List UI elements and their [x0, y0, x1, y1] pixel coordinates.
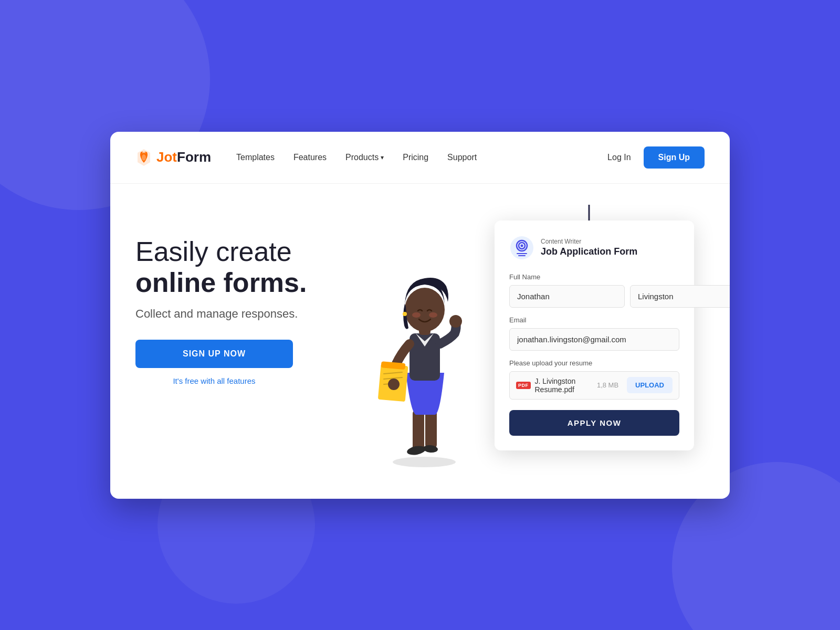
full-name-label: Full Name — [509, 273, 679, 281]
form-card-title: Job Application Form — [541, 246, 637, 257]
nav-right: Log In Sign Up — [607, 146, 705, 169]
nav-links: Templates Features Products ▾ Pricing Su… — [236, 153, 607, 162]
svg-point-15 — [405, 288, 445, 332]
svg-point-17 — [429, 312, 437, 318]
logo-icon — [135, 148, 152, 167]
login-button[interactable]: Log In — [607, 153, 631, 162]
svg-point-0 — [142, 154, 146, 161]
sign-up-now-button[interactable]: SIGN UP NOW — [135, 340, 293, 368]
svg-point-18 — [403, 312, 407, 316]
nav-features[interactable]: Features — [293, 153, 327, 162]
chevron-down-icon: ▾ — [381, 154, 384, 161]
file-name: J. Livingston Resume.pdf — [535, 377, 593, 394]
svg-point-24 — [521, 244, 523, 247]
form-logo-icon — [509, 235, 534, 260]
file-size: 1,8 MB — [597, 381, 618, 389]
last-name-input[interactable] — [630, 285, 730, 308]
svg-point-7 — [449, 315, 462, 328]
nav-support[interactable]: Support — [447, 153, 477, 162]
hero-title-line2: online forms. — [135, 267, 366, 299]
resume-section: Please upload your resume PDF J. Livings… — [509, 359, 679, 400]
svg-rect-2 — [413, 410, 424, 452]
svg-point-13 — [388, 379, 400, 390]
logo[interactable]: JotForm — [135, 148, 211, 167]
navbar: JotForm Templates Features Products ▾ Pr… — [110, 132, 730, 184]
resume-label: Please upload your resume — [509, 359, 679, 367]
logo-text: JotForm — [156, 149, 211, 165]
email-input[interactable] — [509, 328, 679, 351]
person-illustration — [366, 247, 482, 467]
hero-left: Easily create online forms. Collect and … — [135, 215, 366, 386]
hero-right: Content Writer Job Application Form Full… — [366, 215, 705, 467]
free-features-link[interactable]: It's free with all features — [135, 376, 293, 385]
main-card: JotForm Templates Features Products ▾ Pr… — [110, 132, 730, 499]
first-name-input[interactable] — [509, 285, 625, 308]
resume-file-row: PDF J. Livingston Resume.pdf 1,8 MB UPLO… — [509, 371, 679, 400]
form-header: Content Writer Job Application Form — [509, 235, 679, 260]
pdf-icon: PDF — [516, 382, 531, 389]
svg-point-1 — [393, 457, 456, 467]
hero-subtitle: Collect and manage responses. — [135, 307, 366, 321]
svg-point-16 — [412, 312, 421, 318]
svg-rect-6 — [410, 333, 440, 381]
full-name-field: Full Name — [509, 273, 679, 308]
hero-title: Easily create online forms. — [135, 236, 366, 299]
upload-button[interactable]: UPLOAD — [627, 377, 673, 393]
form-card: Content Writer Job Application Form Full… — [495, 220, 694, 450]
signup-button[interactable]: Sign Up — [644, 146, 705, 169]
hero-title-line1: Easily create — [135, 236, 366, 268]
nav-templates[interactable]: Templates — [236, 153, 275, 162]
nav-pricing[interactable]: Pricing — [403, 153, 428, 162]
nav-products[interactable]: Products ▾ — [345, 153, 384, 162]
email-label: Email — [509, 316, 679, 324]
form-card-subtitle: Content Writer — [541, 238, 637, 245]
name-row — [509, 285, 679, 308]
form-header-text: Content Writer Job Application Form — [541, 238, 637, 257]
apply-now-button[interactable]: APPLY NOW — [509, 410, 679, 436]
hero-section: Easily create online forms. Collect and … — [110, 184, 730, 499]
svg-rect-3 — [425, 410, 437, 449]
email-field: Email — [509, 316, 679, 351]
